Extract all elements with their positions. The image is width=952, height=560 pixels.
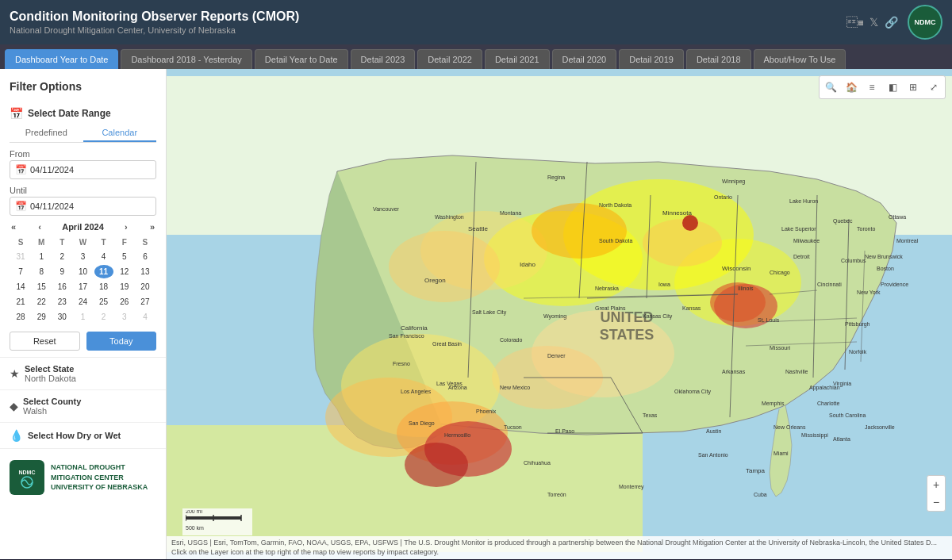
svg-text:Iowa: Iowa [658,282,670,287]
calendar-day[interactable]: 25 [94,295,113,309]
svg-text:Kansas City: Kansas City [643,313,673,320]
calendar-day[interactable]: 11 [94,265,113,278]
state-label: Select State [25,364,76,374]
calendar-day[interactable]: 22 [32,295,51,309]
next-month-btn[interactable]: › [123,222,129,232]
svg-text:Texas: Texas [643,412,658,418]
home-tool[interactable]: 🏠 [843,79,860,96]
county-selector[interactable]: ◆ Select County Walsh [0,390,166,423]
nav-tab-dashboard-yesterday[interactable]: Dashboard 2018 - Yesterday [121,49,251,69]
calendar-day[interactable]: 21 [11,295,30,309]
map-container: UNITED STATES Seattle Oregon California … [167,69,952,559]
calendar-day[interactable]: 9 [52,265,71,278]
calendar-day[interactable]: 2 [52,250,71,263]
nav-tab-detail-ytd[interactable]: Detail Year to Date [255,49,348,69]
calendar-day[interactable]: 4 [136,310,155,324]
svg-point-16 [643,219,722,267]
calendar-day[interactable]: 19 [115,280,134,293]
calendar-day[interactable]: 5 [115,250,134,263]
calendar-day[interactable]: 15 [32,280,51,293]
reset-button[interactable]: Reset [10,332,80,351]
nav-tab-detail-2018[interactable]: Detail 2018 [686,49,751,69]
svg-text:Virginia: Virginia [833,381,851,387]
svg-text:NDMC: NDMC [19,470,36,475]
calendar-day[interactable]: 24 [73,295,92,309]
svg-text:200 mi: 200 mi [186,510,202,514]
svg-text:Nashville: Nashville [785,369,808,374]
calendar-day[interactable]: 17 [73,280,92,293]
svg-text:Washington: Washington [435,214,464,221]
calendar-day[interactable]: 29 [32,310,51,324]
calendar-day[interactable]: 20 [136,280,155,293]
calendar-day[interactable]: 26 [115,295,134,309]
calendar-day[interactable]: 6 [136,250,155,263]
svg-text:Great Plains: Great Plains [595,305,626,311]
calendar-day[interactable]: 28 [11,310,30,324]
county-content: Select County Walsh [23,397,81,416]
calendar-day[interactable]: 14 [11,280,30,293]
calendar-day[interactable]: 16 [52,280,71,293]
cal-day-header: W [73,236,92,248]
calendar-day[interactable]: 1 [73,310,92,324]
svg-text:Mississippi: Mississippi [801,432,828,439]
svg-text:Oregon: Oregon [424,277,446,284]
nav-tab-detail-2019[interactable]: Detail 2019 [619,49,684,69]
svg-text:Ottawa: Ottawa [889,214,906,220]
calendar-day[interactable]: 8 [32,265,51,278]
calendar-day[interactable]: 1 [32,250,51,263]
nav-tab-about[interactable]: About/How To Use [754,49,846,69]
twitter-icon[interactable]: 𝕏 [869,16,878,29]
nav-tab-detail-2022[interactable]: Detail 2022 [417,49,482,69]
svg-text:Oklahoma City: Oklahoma City [674,389,711,395]
calendar-day[interactable]: 3 [73,250,92,263]
state-selector[interactable]: ★ Select State North Dakota [0,358,166,390]
zoom-out-button[interactable]: − [927,493,945,511]
calendar-day[interactable]: 30 [52,310,71,324]
dry-wet-selector[interactable]: 💧 Select How Dry or Wet [0,423,166,449]
calendar-day[interactable]: 4 [94,250,113,263]
calendar-month-year: April 2024 [62,222,104,232]
prev-year-btn[interactable]: « [10,222,17,232]
from-label: From [10,149,156,159]
predefined-tab[interactable]: Predefined [10,125,83,142]
layers-tool[interactable]: ◧ [884,79,901,96]
svg-text:Great Basin: Great Basin [432,341,462,347]
from-date-input[interactable]: 📅 04/11/2024 [10,160,156,179]
calendar-day[interactable]: 13 [136,265,155,278]
today-button[interactable]: Today [86,332,157,351]
list-tool[interactable]: ≡ [863,79,881,96]
nav-tab-detail-2020[interactable]: Detail 2020 [552,49,617,69]
svg-text:Colorado: Colorado [500,337,523,343]
grid-tool[interactable]: ⊞ [904,79,922,96]
calendar-day[interactable]: 23 [52,295,71,309]
search-tool[interactable]: 🔍 [822,79,839,96]
zoom-in-button[interactable]: + [927,476,945,493]
star-icon: ★ [10,367,20,380]
svg-text:Norfolk: Norfolk [849,349,867,355]
nav-tab-detail-2021[interactable]: Detail 2021 [485,49,550,69]
calendar-day[interactable]: 10 [73,265,92,278]
nav-tab-dashboard-ytd[interactable]: Dashboard Year to Date [5,49,118,69]
svg-text:Columbus: Columbus [841,258,866,263]
calendar-tab[interactable]: Calendar [83,125,157,142]
nav-tab-detail-2023[interactable]: Detail 2023 [351,49,416,69]
svg-text:Kansas: Kansas [682,305,701,311]
calendar-widget: « ‹ April 2024 › » SMTWTFS 3112345678910… [10,222,156,351]
calendar-day[interactable]: 18 [94,280,113,293]
calendar-day[interactable]: 31 [11,250,30,263]
svg-text:Minnesota: Minnesota [662,209,692,217]
calendar-day[interactable]: 7 [11,265,30,278]
external-link-icon[interactable]: 🔗 [885,16,898,29]
calendar-day[interactable]: 12 [115,265,134,278]
prev-month-btn[interactable]: ‹ [36,222,43,232]
expand-tool[interactable]: ⤢ [925,79,942,96]
until-date-input[interactable]: 📅 04/11/2024 [10,197,156,216]
facebook-icon[interactable]: ▦ [846,16,863,29]
calendar-day[interactable]: 27 [136,295,155,309]
ndmc-logo: NDMC [908,5,942,40]
state-content: Select State North Dakota [25,364,76,383]
svg-text:Fresno: Fresno [393,361,410,366]
calendar-day[interactable]: 2 [94,310,113,324]
next-year-btn[interactable]: » [148,222,156,232]
calendar-day[interactable]: 3 [115,310,134,324]
